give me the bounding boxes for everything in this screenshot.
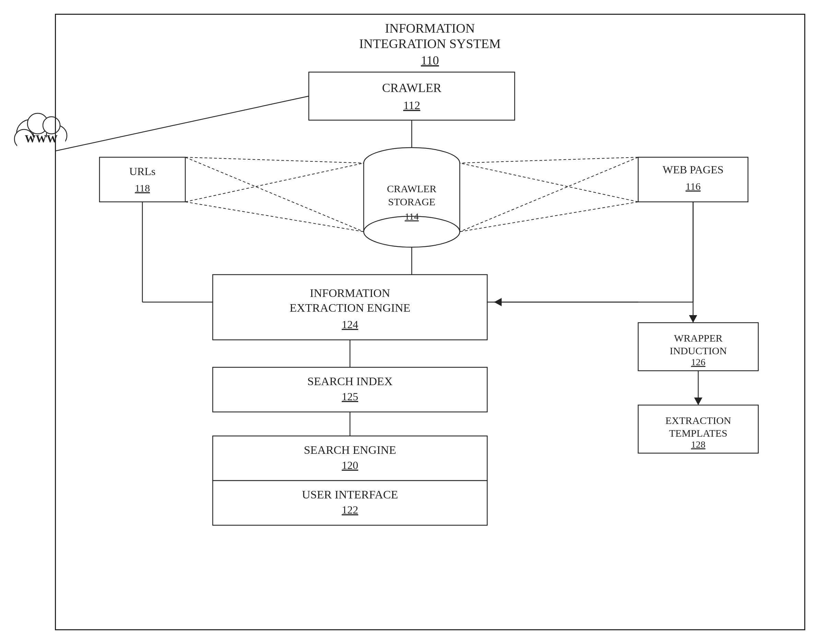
svg-text:WWW: WWW	[25, 132, 58, 145]
webpages-number: 116	[686, 181, 701, 192]
urls-label: URLs	[129, 165, 155, 178]
iee-label2: EXTRACTION ENGINE	[289, 301, 410, 314]
user-interface-number: 122	[342, 504, 358, 516]
webpages-to-wrapper-arrowhead	[689, 315, 697, 323]
crawler-number: 112	[403, 99, 420, 112]
search-index-box	[213, 367, 487, 412]
wrapper-to-iee-arrowhead	[494, 298, 502, 306]
search-engine-box	[213, 436, 487, 481]
wrapper-to-extraction-arrowhead	[694, 397, 702, 405]
search-engine-label: SEARCH ENGINE	[304, 443, 396, 456]
urls-box	[100, 157, 185, 202]
webpages-storage-line2	[460, 202, 638, 232]
search-engine-number: 120	[342, 459, 358, 471]
extraction-label2: TEMPLATES	[669, 428, 727, 439]
title-number: 110	[421, 54, 439, 67]
search-index-number: 125	[342, 390, 358, 403]
extraction-number: 128	[691, 439, 706, 450]
urls-number: 118	[135, 182, 150, 193]
urls-storage-line4	[185, 163, 364, 202]
title-line1: INFORMATION	[385, 21, 475, 35]
search-index-label: SEARCH INDEX	[308, 375, 392, 388]
crawler-storage-label1: CRAWLER	[387, 183, 436, 194]
webpages-storage-line3	[460, 157, 638, 232]
crawler-storage-number: 114	[405, 211, 419, 222]
urls-storage-line3	[185, 157, 364, 232]
user-interface-label: USER INTERFACE	[302, 488, 398, 501]
crawler-label: CRAWLER	[382, 81, 441, 95]
crawler-box	[309, 72, 515, 120]
iee-label1: INFORMATION	[310, 287, 390, 299]
iee-number: 124	[342, 318, 358, 331]
urls-storage-line1	[185, 157, 364, 163]
webpages-label: WEB PAGES	[663, 163, 724, 176]
extraction-label1: EXTRACTION	[665, 415, 731, 426]
urls-storage-line2	[185, 202, 364, 232]
title-line2: INTEGRATION SYSTEM	[359, 37, 501, 51]
crawler-storage-label2: STORAGE	[388, 196, 435, 207]
wrapper-label2: INDUCTION	[670, 345, 727, 356]
wrapper-label1: WRAPPER	[674, 332, 723, 343]
webpages-storage-line1	[460, 157, 638, 163]
webpages-storage-line4	[460, 163, 638, 202]
user-interface-box	[213, 481, 487, 525]
wrapper-number: 126	[691, 357, 706, 367]
diagram-svg: INFORMATION INTEGRATION SYSTEM 110 CRAWL…	[55, 14, 805, 630]
www-to-crawler-line	[55, 96, 309, 151]
